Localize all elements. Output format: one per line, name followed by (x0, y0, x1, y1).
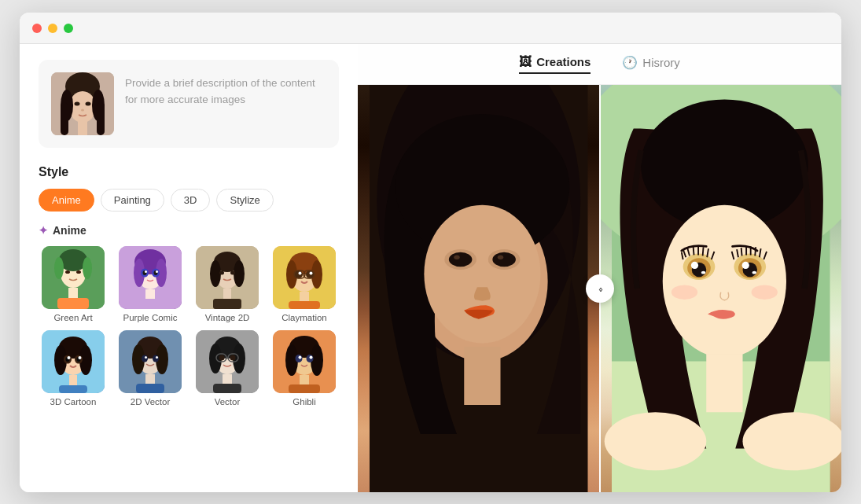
style-item-claymation[interactable]: Claymation (270, 246, 339, 322)
right-panel: 🖼 Creations 🕐 Hisrory (358, 44, 841, 492)
style-name-2d-vector: 2D Vector (131, 397, 171, 407)
upload-area: Provide a brief description of the conte… (39, 60, 339, 148)
style-name-vintage-2d: Vintage 2D (205, 313, 250, 322)
svg-rect-88 (223, 374, 232, 385)
divider-arrows-icon: ‹› (598, 283, 601, 295)
svg-point-97 (299, 356, 302, 359)
style-item-green-art[interactable]: Green Art (39, 246, 108, 322)
svg-rect-77 (136, 384, 164, 393)
svg-rect-10 (78, 121, 87, 135)
tab-history[interactable]: 🕐 Hisrory (622, 55, 680, 73)
svg-rect-40 (213, 299, 241, 309)
svg-point-122 (690, 262, 697, 269)
close-button[interactable] (32, 24, 42, 33)
svg-point-7 (75, 102, 80, 106)
style-thumb-claymation (273, 246, 336, 309)
style-name-ghibli: Ghibli (293, 397, 315, 407)
svg-point-8 (86, 102, 91, 106)
tab-stylize[interactable]: Stylize (216, 189, 273, 212)
style-thumb-3d-cartoon (42, 330, 105, 393)
svg-point-133 (604, 412, 706, 470)
style-item-3d-cartoon[interactable]: 3D Cartoon (39, 330, 108, 407)
style-thumb-purple-comic (119, 246, 182, 309)
style-name-green-art: Green Art (53, 313, 92, 322)
history-icon: 🕐 (622, 55, 638, 70)
tab-painting[interactable]: Painting (101, 189, 164, 212)
svg-point-63 (68, 356, 71, 359)
svg-rect-19 (57, 298, 89, 309)
svg-point-131 (751, 285, 777, 300)
style-grid: Green Art (39, 246, 339, 407)
upload-image-preview[interactable] (51, 72, 114, 135)
svg-rect-112 (464, 347, 500, 405)
svg-point-98 (310, 356, 313, 359)
style-item-purple-comic[interactable]: Purple Comic (116, 246, 185, 322)
svg-point-117 (662, 205, 786, 358)
svg-point-9 (81, 109, 84, 112)
svg-point-15 (83, 257, 92, 279)
style-item-vintage-2d[interactable]: Vintage 2D (193, 246, 262, 322)
tab-history-label: Hisrory (642, 56, 680, 69)
svg-point-38 (230, 271, 235, 275)
tab-anime[interactable]: Anime (39, 189, 94, 212)
svg-rect-52 (300, 292, 309, 303)
style-thumb-ghibli (273, 330, 336, 393)
style-name-3d-cartoon: 3D Cartoon (50, 397, 97, 407)
svg-rect-132 (706, 354, 742, 412)
svg-rect-65 (69, 375, 77, 386)
svg-point-129 (752, 271, 756, 274)
svg-point-96 (307, 355, 314, 362)
svg-point-87 (230, 355, 236, 361)
content-area: Provide a brief description of the conte… (20, 44, 841, 492)
svg-rect-66 (59, 385, 87, 393)
svg-point-134 (742, 412, 841, 470)
style-label: Style (39, 165, 339, 179)
divider-handle[interactable]: ‹› (586, 274, 614, 303)
svg-rect-31 (145, 289, 155, 299)
description-area: Provide a brief description of the conte… (125, 72, 326, 109)
svg-rect-5 (61, 102, 68, 135)
svg-point-16 (65, 270, 70, 274)
image-right-anime (600, 85, 842, 492)
comparison-divider: ‹› (599, 85, 601, 492)
svg-point-73 (153, 355, 159, 362)
svg-point-109 (492, 252, 516, 267)
left-panel: Provide a brief description of the conte… (20, 44, 358, 492)
svg-rect-18 (68, 288, 78, 300)
svg-rect-89 (213, 384, 241, 393)
style-name-purple-comic: Purple Comic (123, 313, 177, 322)
style-item-vector[interactable]: Vector (193, 330, 262, 407)
sparkle-icon: ✦ (39, 224, 48, 237)
style-thumb-2d-vector (119, 330, 182, 393)
style-thumb-vintage-2d (196, 246, 259, 309)
style-item-2d-vector[interactable]: 2D Vector (116, 330, 185, 407)
maximize-button[interactable] (64, 24, 73, 33)
svg-point-14 (54, 257, 64, 279)
svg-point-17 (76, 270, 81, 274)
svg-point-72 (142, 355, 148, 362)
browser-window: Provide a brief description of the conte… (20, 13, 841, 492)
tab-3d[interactable]: 3D (171, 189, 211, 212)
svg-point-128 (741, 262, 749, 269)
style-section: Style Anime Painting 3D Stylize ✦ Anime (39, 165, 339, 407)
svg-rect-99 (300, 375, 309, 386)
style-thumb-green-art (42, 246, 105, 309)
svg-point-37 (219, 271, 224, 275)
svg-point-111 (498, 255, 503, 259)
svg-point-64 (79, 356, 82, 359)
minimize-button[interactable] (48, 24, 57, 33)
svg-point-30 (156, 270, 158, 273)
svg-point-74 (145, 356, 147, 359)
tab-creations[interactable]: 🖼 Creations (519, 55, 591, 74)
anime-subsection-label: Anime (53, 224, 86, 237)
tab-creations-label: Creations (536, 55, 591, 68)
anime-subsection-title: ✦ Anime (39, 224, 339, 237)
svg-rect-100 (289, 384, 320, 393)
style-name-vector: Vector (215, 397, 241, 407)
svg-point-2 (69, 91, 96, 123)
description-text: Provide a brief description of the conte… (125, 72, 326, 109)
style-name-claymation: Claymation (281, 313, 327, 322)
style-item-ghibli[interactable]: Ghibli (270, 330, 339, 407)
title-bar (20, 13, 841, 44)
svg-point-29 (145, 270, 147, 273)
